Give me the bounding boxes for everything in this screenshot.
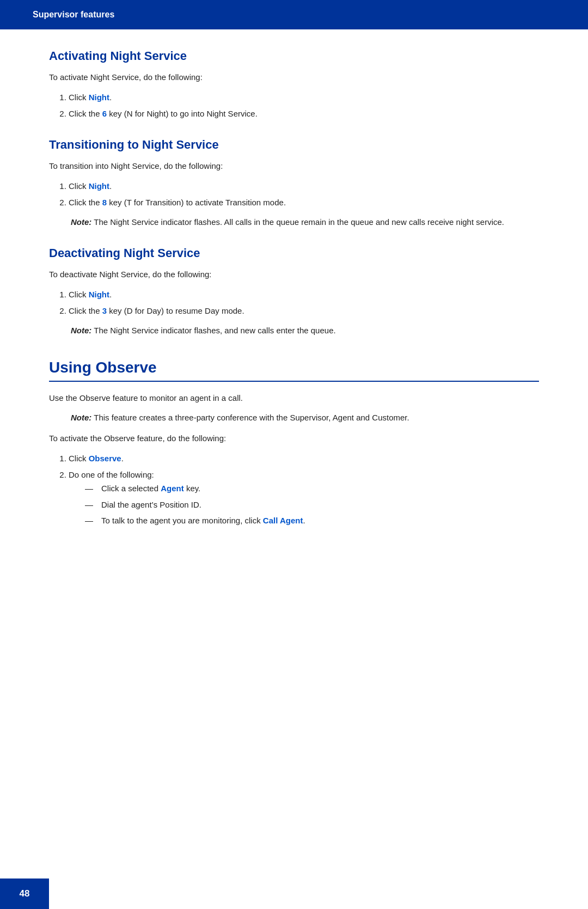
night-link-1[interactable]: Night <box>89 93 109 102</box>
using-observe-heading: Using Observe <box>49 359 539 382</box>
activating-intro: To activate Night Service, do the follow… <box>49 71 539 84</box>
transitioning-step-2: Click the 8 key (T for Transition) to ac… <box>69 196 539 210</box>
note-label-1: Note: <box>71 217 91 227</box>
note-label-3: Note: <box>71 413 91 422</box>
observe-pre-note: Note: This feature creates a three-party… <box>71 411 539 424</box>
deactivating-night-service-heading: Deactivating Night Service <box>49 246 539 260</box>
deactivating-intro: To deactivate Night Service, do the foll… <box>49 268 539 281</box>
activating-steps-list: Click Night. Click the 6 key (N for Nigh… <box>69 90 539 120</box>
main-content: Activating Night Service To activate Nig… <box>0 29 588 578</box>
observe-intro2: To activate the Observe feature, do the … <box>49 432 539 445</box>
activating-step-1: Click Night. <box>69 90 539 105</box>
dash-item-1: Click a selected Agent key. <box>101 481 539 496</box>
activating-step-2: Click the 6 key (N for Night) to go into… <box>69 107 539 121</box>
header-label: Supervisor features <box>33 10 114 19</box>
deactivating-step-2: Click the 3 key (D for Day) to resume Da… <box>69 304 539 318</box>
night-link-3[interactable]: Night <box>89 290 109 299</box>
night-link-2[interactable]: Night <box>89 181 109 191</box>
observe-link[interactable]: Observe <box>89 454 121 463</box>
transitioning-steps-list: Click Night. Click the 8 key (T for Tran… <box>69 179 539 209</box>
key-8: 8 <box>102 198 107 207</box>
deactivating-steps-list: Click Night. Click the 3 key (D for Day)… <box>69 288 539 318</box>
key-3: 3 <box>102 306 107 315</box>
header-bar: Supervisor features <box>0 0 588 29</box>
dash-item-2: Dial the agent’s Position ID. <box>101 498 539 512</box>
transitioning-step-1: Click Night. <box>69 179 539 193</box>
transitioning-night-service-heading: Transitioning to Night Service <box>49 138 539 152</box>
transitioning-note: Note: The Night Service indicator flashe… <box>71 216 539 229</box>
observe-dash-list: Click a selected Agent key. Dial the age… <box>101 481 539 528</box>
observe-step-2: Do one of the following: Click a selecte… <box>69 468 539 528</box>
observe-step-1: Click Observe. <box>69 452 539 466</box>
page-number: 48 <box>20 888 30 899</box>
activating-night-service-heading: Activating Night Service <box>49 49 539 63</box>
deactivating-step-1: Click Night. <box>69 288 539 302</box>
deactivating-note: Note: The Night Service indicator flashe… <box>71 324 539 337</box>
key-6: 6 <box>102 109 107 118</box>
dash-item-3: To talk to the agent you are monitoring,… <box>101 514 539 528</box>
transitioning-intro: To transition into Night Service, do the… <box>49 160 539 173</box>
call-agent-link[interactable]: Call Agent <box>263 516 303 525</box>
observe-intro: Use the Observe feature to monitor an ag… <box>49 392 539 405</box>
note-label-2: Note: <box>71 326 91 335</box>
footer-bar: 48 <box>0 879 49 909</box>
observe-steps-list: Click Observe. Do one of the following: … <box>69 452 539 528</box>
agent-link[interactable]: Agent <box>161 484 184 493</box>
